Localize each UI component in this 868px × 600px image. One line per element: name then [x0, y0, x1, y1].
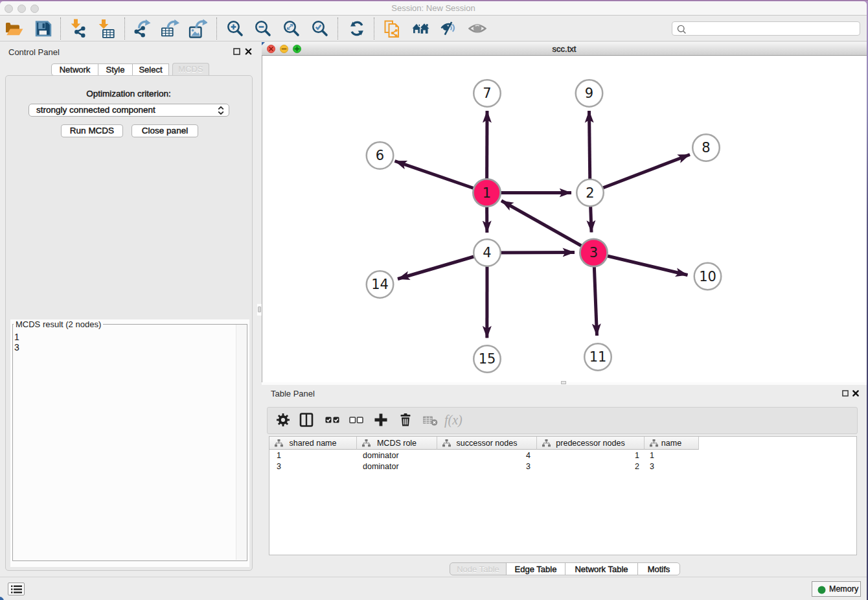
svg-text:4: 4: [483, 245, 491, 260]
svg-text:14: 14: [371, 277, 389, 292]
svg-text:1: 1: [483, 185, 491, 201]
svg-text:f(x): f(x): [444, 413, 463, 428]
svg-text:7: 7: [483, 86, 491, 101]
svg-text:3: 3: [589, 245, 598, 260]
svg-text:11: 11: [589, 349, 607, 365]
svg-text:8: 8: [702, 140, 710, 156]
svg-text:10: 10: [699, 269, 716, 284]
svg-text:2: 2: [586, 185, 594, 201]
svg-text:6: 6: [376, 148, 384, 163]
svg-text:9: 9: [585, 86, 593, 101]
svg-text:15: 15: [479, 351, 496, 367]
